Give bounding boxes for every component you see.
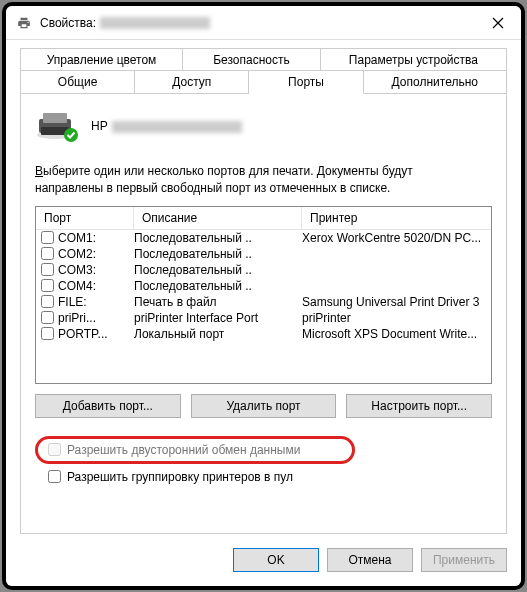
highlight-annotation: Разрешить двусторонний обмен данными <box>35 436 355 464</box>
tab-advanced[interactable]: Дополнительно <box>364 70 507 94</box>
ports-table-header: Порт Описание Принтер <box>36 207 491 230</box>
column-header-port[interactable]: Порт <box>36 207 134 229</box>
port-name: COM2: <box>58 247 134 261</box>
port-printer: Samsung Universal Print Driver 3 <box>302 295 491 309</box>
bidirectional-checkbox[interactable] <box>48 443 61 456</box>
port-checkbox[interactable] <box>41 279 54 292</box>
port-row[interactable]: PORTP...Локальный портMicrosoft XPS Docu… <box>36 326 491 342</box>
port-checkbox[interactable] <box>41 263 54 276</box>
port-desc: Печать в файл <box>134 295 302 309</box>
port-row[interactable]: COM1:Последовательный ..Xerox WorkCentre… <box>36 230 491 246</box>
tab-ports[interactable]: Порты <box>249 70 363 94</box>
ports-table-body: COM1:Последовательный ..Xerox WorkCentre… <box>36 230 491 342</box>
printer-icon <box>35 111 75 141</box>
delete-port-button[interactable]: Удалить порт <box>191 394 337 418</box>
apply-button[interactable]: Применить <box>421 548 507 572</box>
port-checkbox[interactable] <box>41 247 54 260</box>
port-name: COM4: <box>58 279 134 293</box>
port-desc: Последовательный .. <box>134 263 302 277</box>
printer-info-row: HP <box>35 111 492 141</box>
tab-strip: Управление цветом Безопасность Параметры… <box>20 48 507 94</box>
port-desc: Локальный порт <box>134 327 302 341</box>
tab-security[interactable]: Безопасность <box>183 48 321 71</box>
close-button[interactable] <box>475 6 521 39</box>
port-checkbox[interactable] <box>41 231 54 244</box>
port-printer: Xerox WorkCentre 5020/DN PC... <box>302 231 491 245</box>
dialog-button-row: OK Отмена Применить <box>20 548 507 572</box>
printer-pooling-checkbox[interactable] <box>48 470 61 483</box>
port-checkbox[interactable] <box>41 311 54 324</box>
port-name: PORTP... <box>58 327 134 341</box>
ports-tab-panel: HP Выберите один или несколько портов дл… <box>20 93 507 534</box>
checkmark-badge-icon <box>63 127 79 143</box>
port-buttons-row: Добавить порт... Удалить порт Настроить … <box>35 394 492 418</box>
port-printer: priPrinter <box>302 311 491 325</box>
printer-name: HP <box>91 119 242 133</box>
add-port-button[interactable]: Добавить порт... <box>35 394 181 418</box>
ports-table: Порт Описание Принтер COM1:Последователь… <box>35 206 492 384</box>
port-desc: Последовательный .. <box>134 279 302 293</box>
titlebar: Свойства: <box>6 6 521 40</box>
properties-dialog: { "titlebar": { "prefix": "Свойства:" },… <box>6 6 521 586</box>
ok-button[interactable]: OK <box>233 548 319 572</box>
port-printer: Microsoft XPS Document Write... <box>302 327 491 341</box>
port-desc: Последовательный .. <box>134 247 302 261</box>
column-header-printer[interactable]: Принтер <box>302 207 491 229</box>
port-desc: Последовательный .. <box>134 231 302 245</box>
port-row[interactable]: FILE:Печать в файлSamsung Universal Prin… <box>36 294 491 310</box>
port-name: priPri... <box>58 311 134 325</box>
port-row[interactable]: COM2:Последовательный .. <box>36 246 491 262</box>
port-name: FILE: <box>58 295 134 309</box>
instruction-text: Выберите один или несколько портов для п… <box>35 163 492 198</box>
configure-port-button[interactable]: Настроить порт... <box>346 394 492 418</box>
port-row[interactable]: COM4:Последовательный .. <box>36 278 491 294</box>
tab-general[interactable]: Общие <box>20 70 135 94</box>
redacted-text <box>100 17 210 29</box>
column-header-desc[interactable]: Описание <box>134 207 302 229</box>
close-icon <box>492 17 504 29</box>
tab-color-management[interactable]: Управление цветом <box>20 48 183 71</box>
port-row[interactable]: priPri...priPrinter Interface PortpriPri… <box>36 310 491 326</box>
port-name: COM1: <box>58 231 134 245</box>
dialog-content: Управление цветом Безопасность Параметры… <box>6 40 521 586</box>
port-name: COM3: <box>58 263 134 277</box>
printer-pooling-label: Разрешить группировку принтеров в пул <box>67 470 293 484</box>
cancel-button[interactable]: Отмена <box>327 548 413 572</box>
redacted-text <box>112 121 242 133</box>
bidirectional-label: Разрешить двусторонний обмен данными <box>67 443 300 457</box>
tab-device-settings[interactable]: Параметры устройства <box>321 48 507 71</box>
port-checkbox[interactable] <box>41 327 54 340</box>
port-desc: priPrinter Interface Port <box>134 311 302 325</box>
svg-rect-2 <box>43 113 67 123</box>
window-title: Свойства: <box>40 16 475 30</box>
port-checkbox[interactable] <box>41 295 54 308</box>
tab-sharing[interactable]: Доступ <box>135 70 249 94</box>
printer-titlebar-icon <box>16 16 32 30</box>
port-row[interactable]: COM3:Последовательный .. <box>36 262 491 278</box>
